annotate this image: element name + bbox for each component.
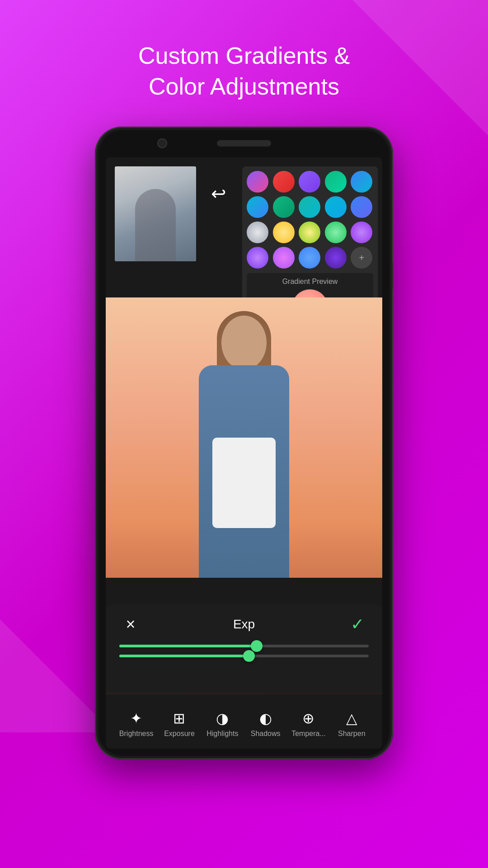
temperature-icon: ⊕ (302, 710, 314, 727)
nav-item-brightness[interactable]: ✦ Brightness (115, 710, 158, 738)
slider-1-container (119, 645, 369, 647)
screen-top-bar: ↩ (106, 157, 382, 297)
swatch-tan[interactable] (273, 222, 295, 243)
swatch-cyan[interactable] (325, 196, 347, 218)
camera (157, 138, 167, 148)
swatch-lime[interactable] (325, 222, 347, 243)
thumbnail-person (135, 189, 176, 261)
swatch-teal2[interactable] (299, 196, 320, 218)
main-photo (106, 297, 382, 578)
panel-close-button[interactable]: × (119, 613, 142, 636)
gradient-preview-label: Gradient Preview (251, 278, 369, 286)
swatch-blue2[interactable] (351, 196, 372, 218)
slider-2-container (119, 655, 369, 657)
undo-icon: ↩ (211, 183, 226, 204)
thumbnail-image (115, 166, 196, 261)
nav-label-temperature: Tempera... (291, 730, 326, 738)
person-body (199, 365, 289, 578)
swatch-cyan-blue[interactable] (247, 196, 268, 218)
swatch-lavender[interactable] (351, 222, 372, 243)
exposure-icon: ⊞ (173, 710, 185, 727)
phone-inner: ↩ (99, 130, 389, 756)
swatch-dark-purple[interactable] (325, 247, 347, 269)
nav-label-exposure: Exposure (164, 730, 195, 738)
person-head (221, 316, 267, 370)
slider-1-fill (119, 645, 257, 647)
screen: ↩ (106, 157, 382, 749)
nav-label-highlights: Highlights (206, 730, 238, 738)
swatch-gray[interactable] (247, 222, 268, 243)
panel-confirm-button[interactable]: ✓ (346, 613, 369, 636)
swatch-purple[interactable] (299, 171, 320, 193)
swatch-teal[interactable] (325, 171, 347, 193)
brightness-icon: ✦ (130, 710, 142, 727)
sharpen-icon: △ (346, 710, 357, 727)
close-icon: × (126, 615, 135, 634)
gradient-swatches: + (247, 171, 373, 269)
bottom-nav: ✦ Brightness ⊞ Exposure ◑ Highlights ◐ S… (106, 694, 382, 749)
header-line2: Color Adjustments (0, 71, 488, 102)
nav-item-shadows[interactable]: ◐ Shadows (244, 710, 287, 738)
shadows-icon: ◐ (259, 710, 272, 727)
nav-item-highlights[interactable]: ◑ Highlights (201, 710, 244, 738)
photo-thumbnail[interactable] (115, 166, 196, 261)
slider-1-thumb[interactable] (251, 640, 263, 652)
slider-1-track[interactable] (119, 645, 369, 647)
nav-item-temperature[interactable]: ⊕ Tempera... (287, 710, 330, 738)
panel-header: × Exp ✓ (119, 613, 369, 636)
header-text: Custom Gradients & Color Adjustments (0, 41, 488, 102)
swatch-blue[interactable] (351, 171, 372, 193)
swatch-more[interactable]: + (351, 247, 372, 269)
highlights-icon: ◑ (216, 710, 229, 727)
speaker (217, 140, 271, 146)
phone-frame: ↩ (95, 127, 393, 760)
slider-2-track[interactable] (119, 655, 369, 657)
nav-label-brightness: Brightness (119, 730, 154, 738)
swatch-red[interactable] (273, 171, 295, 193)
header-line1: Custom Gradients & (0, 41, 488, 71)
nav-label-sharpen: Sharpen (338, 730, 366, 738)
swatch-green[interactable] (273, 196, 295, 218)
power-button (392, 262, 393, 289)
person-shirt (212, 438, 276, 528)
person-silhouette (185, 316, 303, 578)
panel-title: Exp (233, 617, 255, 632)
nav-label-shadows: Shadows (251, 730, 281, 738)
swatch-pink-purple[interactable] (273, 247, 295, 269)
undo-button[interactable]: ↩ (205, 182, 232, 205)
swatch-purple-pink[interactable] (247, 171, 268, 193)
check-icon: ✓ (351, 615, 364, 634)
swatch-yellow-green[interactable] (299, 222, 320, 243)
swatch-blue3[interactable] (299, 247, 320, 269)
nav-item-exposure[interactable]: ⊞ Exposure (158, 710, 201, 738)
slider-2-fill (119, 655, 249, 657)
swatch-purple2[interactable] (247, 247, 268, 269)
nav-item-sharpen[interactable]: △ Sharpen (330, 710, 373, 738)
slider-2-thumb[interactable] (243, 650, 255, 662)
adjustment-panel: × Exp ✓ (106, 604, 382, 694)
